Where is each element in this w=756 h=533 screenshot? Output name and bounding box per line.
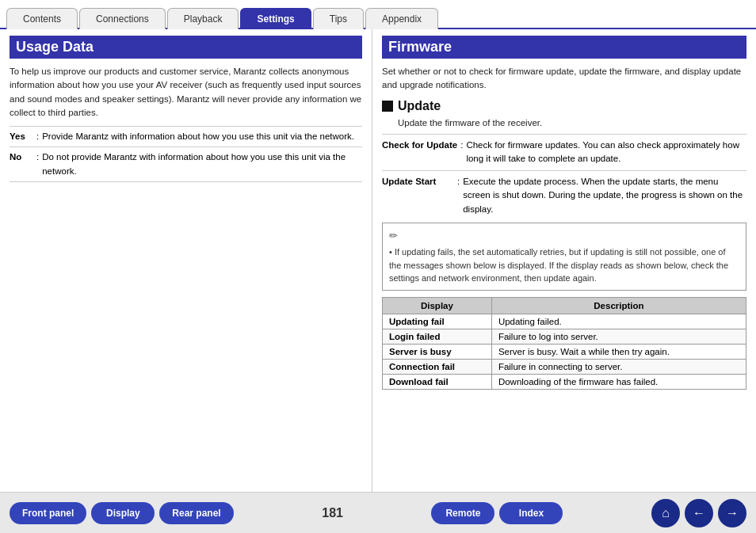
back-button[interactable]: ←: [685, 499, 713, 527]
remote-button[interactable]: Remote: [431, 502, 494, 524]
option-no-key: No: [10, 150, 33, 178]
option-no-row: No : Do not provide Marantz with informa…: [10, 147, 362, 182]
note-pencil-icon: ✏: [389, 228, 739, 244]
option-no-value: Do not provide Marantz with information …: [42, 150, 362, 178]
left-panel: Usage Data To help us improve our produc…: [0, 29, 372, 492]
table-row: Download failDownloading of the firmware…: [383, 374, 746, 389]
table-row: Connection failFailure in connecting to …: [383, 359, 746, 374]
table-header-description: Description: [491, 297, 746, 314]
footer-right-icons: ⌂ ← →: [651, 499, 746, 527]
update-start-row: Update Start : Execute the update proces…: [382, 170, 746, 216]
index-button[interactable]: Index: [499, 502, 563, 524]
table-cell-description: Updating failed.: [491, 314, 746, 329]
table-cell-description: Failure to log into server.: [491, 329, 746, 344]
firmware-title: Firmware: [382, 36, 746, 59]
table-cell-description: Failure in connecting to server.: [491, 359, 746, 374]
option-yes-colon: :: [36, 130, 39, 143]
tab-playback[interactable]: Playback: [167, 8, 239, 29]
update-start-colon: :: [457, 175, 460, 216]
option-yes-value: Provide Marantz with information about h…: [42, 130, 362, 143]
forward-button[interactable]: →: [718, 499, 746, 527]
table-row: Server is busyServer is busy. Wait a whi…: [383, 344, 746, 359]
footer-center-buttons: Remote Index: [431, 502, 563, 524]
option-yes-key: Yes: [10, 130, 33, 143]
update-start-key: Update Start: [382, 175, 457, 216]
tab-tips[interactable]: Tips: [313, 8, 364, 29]
tab-appendix[interactable]: Appendix: [365, 8, 438, 29]
forward-icon: →: [726, 506, 739, 520]
table-cell-display: Login failed: [383, 329, 492, 344]
update-subsection-title: Update: [382, 99, 746, 113]
update-desc: Update the firmware of the receiver.: [382, 118, 746, 128]
firmware-table: Display Description Updating failUpdatin…: [382, 297, 746, 390]
footer-left-buttons: Front panel Display Rear panel: [10, 502, 234, 524]
usage-data-intro: To help us improve our products and cust…: [10, 65, 362, 120]
check-for-update-value: Check for firmware updates. You can also…: [466, 139, 746, 166]
table-cell-display: Server is busy: [383, 344, 492, 359]
note-text: • If updating fails, the set automatical…: [389, 247, 728, 283]
table-cell-display: Updating fail: [383, 314, 492, 329]
check-colon: :: [460, 139, 463, 166]
display-button[interactable]: Display: [91, 502, 155, 524]
footer: Front panel Display Rear panel 181 Remot…: [0, 492, 756, 533]
tab-contents[interactable]: Contents: [6, 8, 78, 29]
usage-data-title: Usage Data: [10, 36, 362, 59]
check-for-update-key: Check for Update: [382, 139, 460, 166]
table-cell-description: Downloading of the firmware has failed.: [491, 374, 746, 389]
page-number: 181: [322, 506, 343, 520]
home-icon: ⌂: [662, 506, 670, 520]
rear-panel-button[interactable]: Rear panel: [159, 502, 233, 524]
table-header-display: Display: [383, 297, 492, 314]
update-start-value: Execute the update process. When the upd…: [463, 175, 746, 216]
tab-connections[interactable]: Connections: [79, 8, 166, 29]
check-for-update-row: Check for Update : Check for firmware up…: [382, 134, 746, 166]
back-icon: ←: [693, 506, 705, 520]
table-cell-display: Connection fail: [383, 359, 492, 374]
option-no-colon: :: [36, 150, 39, 178]
update-title-label: Update: [398, 99, 441, 113]
tab-settings[interactable]: Settings: [240, 8, 311, 29]
main-content: Usage Data To help us improve our produc…: [0, 29, 756, 492]
table-cell-display: Download fail: [383, 374, 492, 389]
option-yes-row: Yes : Provide Marantz with information a…: [10, 126, 362, 143]
tab-navigation: Contents Connections Playback Settings T…: [0, 0, 756, 29]
front-panel-button[interactable]: Front panel: [10, 502, 86, 524]
right-panel: Firmware Set whether or not to check for…: [372, 29, 756, 492]
note-box: ✏ • If updating fails, the set automatic…: [382, 223, 746, 291]
home-button[interactable]: ⌂: [651, 499, 680, 527]
table-row: Updating failUpdating failed.: [383, 314, 746, 329]
table-row: Login failedFailure to log into server.: [383, 329, 746, 344]
table-cell-description: Server is busy. Wait a while then try ag…: [491, 344, 746, 359]
firmware-intro: Set whether or not to check for firmware…: [382, 65, 746, 93]
update-square-icon: [382, 101, 393, 112]
